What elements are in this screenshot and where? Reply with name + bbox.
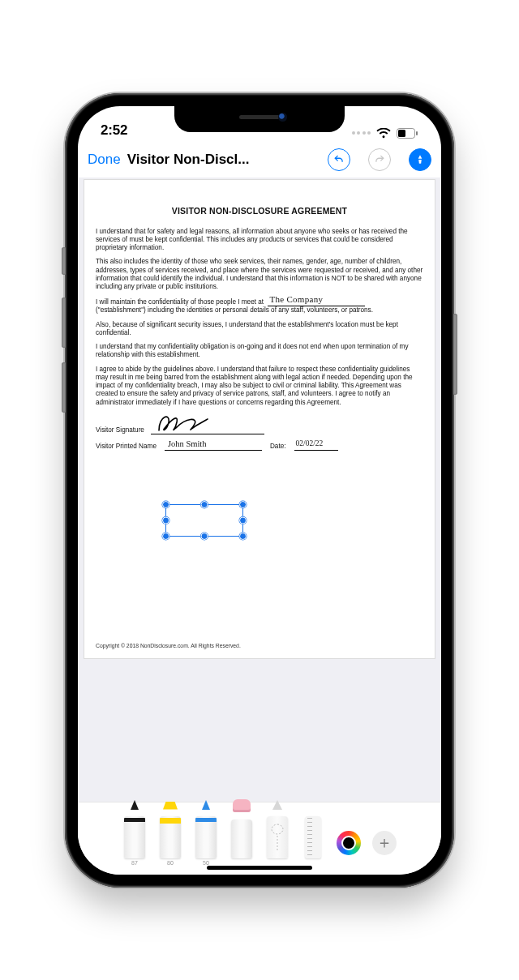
date-field: 02/02/22 — [294, 441, 338, 451]
ruler-tool[interactable] — [301, 810, 325, 868]
printed-name-label: Visitor Printed Name — [96, 443, 157, 451]
front-camera — [278, 113, 287, 122]
selection-handle-br[interactable] — [239, 533, 247, 540]
markup-button[interactable] — [409, 148, 431, 171]
document-title: Visitor Non-Discl... — [127, 152, 250, 168]
svg-rect-2 — [416, 131, 418, 135]
status-time: 2:52 — [101, 122, 127, 139]
selection-handle-tm[interactable] — [201, 501, 208, 508]
selection-handle-ml[interactable] — [162, 516, 169, 524]
selection-handle-tl[interactable] — [162, 501, 169, 508]
signature-line — [151, 425, 264, 434]
selection-handle-bl[interactable] — [162, 533, 169, 540]
markup-tool-dock: 87 80 50 — [78, 802, 441, 875]
pencil-tool[interactable]: 50 — [194, 810, 218, 868]
silent-switch — [62, 247, 66, 275]
done-button[interactable]: Done — [88, 152, 121, 168]
tool-label: 80 — [167, 860, 174, 868]
current-color-chip — [341, 836, 356, 850]
copyright-text: Copyright © 2018 NonDisclosure.com. All … — [96, 643, 241, 649]
selection-handle-mr[interactable] — [239, 516, 247, 524]
signature-label: Visitor Signature — [96, 426, 144, 434]
paragraph-text: I will maintain the confidentiality of t… — [96, 298, 264, 306]
highlighter-tool[interactable]: 80 — [158, 810, 182, 868]
notch — [174, 106, 345, 132]
screen: 2:52 Done Visitor Non-Discl... — [78, 106, 441, 875]
power-button — [453, 314, 457, 395]
svg-rect-1 — [398, 130, 405, 137]
add-annotation-button[interactable]: ＋ — [372, 831, 397, 855]
printed-name-field: John Smith — [165, 441, 262, 451]
paragraph: I agree to abide by the guidelines above… — [96, 366, 423, 407]
company-field: The Company — [268, 297, 365, 306]
selection-handle-bm[interactable] — [201, 533, 208, 540]
phone-frame: 2:52 Done Visitor Non-Discl... — [65, 93, 454, 888]
lasso-tool[interactable] — [265, 810, 290, 868]
signature-mark — [154, 411, 211, 435]
date-value: 02/02/22 — [296, 439, 324, 449]
doc-heading: VISITOR NON-DISCLOSURE AGREEMENT — [96, 206, 423, 216]
cellular-dots-icon — [352, 131, 371, 135]
eraser-tool[interactable] — [229, 810, 254, 868]
paragraph: Also, because of significant security is… — [96, 321, 423, 338]
stage: 2:52 Done Visitor Non-Discl... — [0, 0, 519, 980]
signature-row: Visitor Signature — [96, 425, 423, 434]
document-page[interactable]: VISITOR NON-DISCLOSURE AGREEMENT I under… — [84, 180, 435, 658]
volume-down-button — [62, 362, 66, 413]
paragraph: I will maintain the confidentiality of t… — [96, 297, 423, 315]
selection-rectangle[interactable] — [165, 504, 243, 537]
pen-tool[interactable]: 87 — [122, 810, 147, 868]
tool-label: 87 — [131, 860, 138, 868]
printed-row: Visitor Printed Name John Smith Date: 02… — [96, 441, 423, 451]
home-indicator[interactable] — [207, 866, 312, 870]
date-label: Date: — [270, 443, 286, 451]
volume-up-button — [62, 297, 66, 348]
speaker-grille — [239, 115, 280, 119]
paragraph: I understand that for safety and legal r… — [96, 228, 423, 253]
selection-handle-tr[interactable] — [239, 501, 247, 508]
document-viewport[interactable]: VISITOR NON-DISCLOSURE AGREEMENT I under… — [78, 178, 441, 802]
paragraph: This also includes the identity of those… — [96, 258, 423, 291]
paragraph: I understand that my confidentiality obl… — [96, 343, 423, 360]
company-value: The Company — [269, 294, 323, 306]
redo-button[interactable] — [368, 148, 391, 171]
color-picker-button[interactable] — [337, 831, 361, 855]
battery-icon — [397, 128, 418, 139]
printed-name-value: John Smith — [168, 439, 207, 449]
status-right — [352, 128, 419, 139]
nav-bar: Done Visitor Non-Discl... — [78, 142, 441, 178]
wifi-icon — [376, 128, 391, 139]
undo-button[interactable] — [328, 148, 350, 171]
paragraph-text: ("establishment") including the identiti… — [96, 306, 373, 314]
